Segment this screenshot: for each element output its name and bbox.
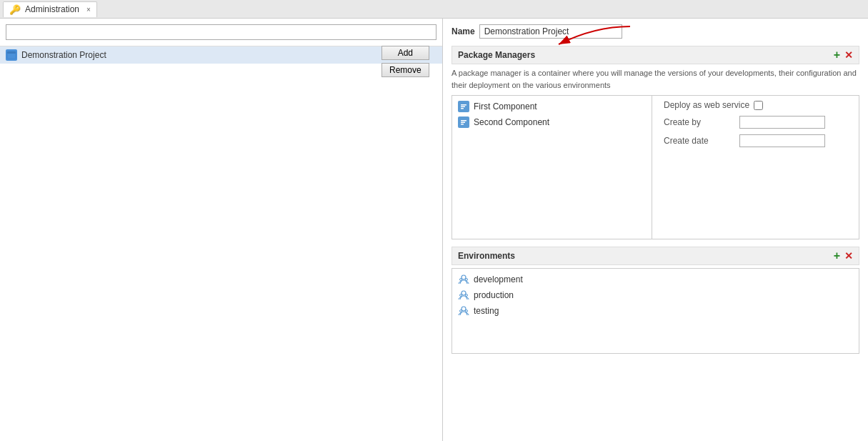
env-icon — [458, 289, 469, 301]
env-list-item[interactable]: development — [455, 272, 856, 287]
name-label: Name — [452, 26, 475, 36]
key-icon: 🔑 — [9, 4, 21, 15]
package-managers-header: Package Managers + ✕ — [452, 46, 859, 64]
env-item-label: testing — [474, 306, 499, 316]
env-item-label: production — [474, 290, 514, 300]
main-layout: Demonstration Project Add Remove Name De… — [0, 19, 868, 441]
administration-tab[interactable]: 🔑 Administration × — [3, 1, 97, 17]
svg-point-17 — [462, 307, 466, 311]
deploy-label: Deploy as web service — [664, 100, 749, 110]
svg-point-11 — [462, 275, 466, 279]
create-date-row: Create date — [664, 134, 854, 147]
environments-remove-button[interactable]: ✕ — [844, 251, 853, 261]
project-name: Demonstration Project — [21, 50, 106, 60]
svg-rect-10 — [461, 124, 464, 125]
pm-item-label: First Component — [474, 101, 537, 112]
svg-rect-4 — [461, 104, 467, 106]
left-panel: Demonstration Project — [0, 19, 443, 441]
env-list-item[interactable]: production — [455, 287, 856, 303]
search-input[interactable] — [6, 24, 437, 40]
svg-point-14 — [462, 291, 466, 295]
tab-label: Administration — [25, 4, 79, 14]
create-by-label: Create by — [664, 117, 735, 127]
env-icon — [458, 305, 469, 317]
environments-title: Environments — [458, 251, 829, 261]
create-by-row: Create by — [664, 116, 854, 129]
project-list: Demonstration Project — [0, 46, 442, 441]
svg-point-13 — [466, 279, 468, 281]
name-value: Demonstration Project — [479, 24, 622, 39]
environments-add-button[interactable]: + — [834, 250, 840, 262]
svg-point-19 — [466, 310, 468, 312]
search-bar — [0, 19, 442, 46]
package-managers-remove-button[interactable]: ✕ — [844, 50, 853, 60]
environments-header: Environments + ✕ — [452, 247, 859, 265]
project-icon — [6, 49, 17, 61]
package-managers-body: First Component Second Component Deploy … — [452, 95, 859, 239]
svg-rect-5 — [461, 106, 465, 108]
package-managers-detail: Deploy as web service Create by Create d… — [659, 96, 859, 239]
svg-point-18 — [460, 310, 462, 312]
remove-button[interactable]: Remove — [381, 63, 429, 77]
svg-rect-6 — [461, 108, 464, 109]
svg-point-16 — [466, 294, 468, 297]
env-item-label: development — [474, 274, 523, 284]
deploy-checkbox[interactable] — [754, 101, 763, 110]
add-button[interactable]: Add — [381, 46, 429, 60]
right-panel: Name Demonstration Project Package Manag… — [443, 19, 868, 441]
svg-rect-9 — [461, 122, 465, 124]
create-date-label: Create date — [664, 136, 735, 146]
create-date-input[interactable] — [739, 134, 825, 147]
package-managers-section: Package Managers + ✕ A package manager i… — [452, 46, 859, 239]
package-managers-desc: A package manager is a container where y… — [452, 67, 859, 91]
package-managers-title: Package Managers — [458, 50, 829, 60]
create-by-input[interactable] — [739, 116, 825, 129]
project-item[interactable]: Demonstration Project — [0, 46, 442, 64]
env-icon — [458, 274, 469, 285]
tab-bar: 🔑 Administration × — [0, 0, 868, 19]
name-row: Name Demonstration Project — [452, 24, 859, 39]
svg-point-15 — [460, 294, 462, 297]
env-list-item[interactable]: testing — [455, 303, 856, 319]
pm-list-item[interactable]: First Component — [455, 99, 649, 114]
package-managers-list: First Component Second Component — [452, 96, 652, 239]
svg-point-12 — [460, 279, 462, 281]
deploy-row: Deploy as web service — [664, 100, 854, 110]
environments-section: Environments + ✕ development — [452, 247, 859, 354]
package-managers-add-button[interactable]: + — [834, 49, 840, 61]
pm-list-item[interactable]: Second Component — [455, 114, 649, 130]
package-icon — [458, 117, 469, 128]
svg-rect-1 — [7, 51, 16, 54]
tab-close-button[interactable]: × — [86, 6, 91, 14]
pm-item-label: Second Component — [474, 117, 549, 127]
svg-rect-8 — [461, 120, 467, 122]
environments-list: development production testing — [452, 268, 859, 354]
package-icon — [458, 101, 469, 112]
